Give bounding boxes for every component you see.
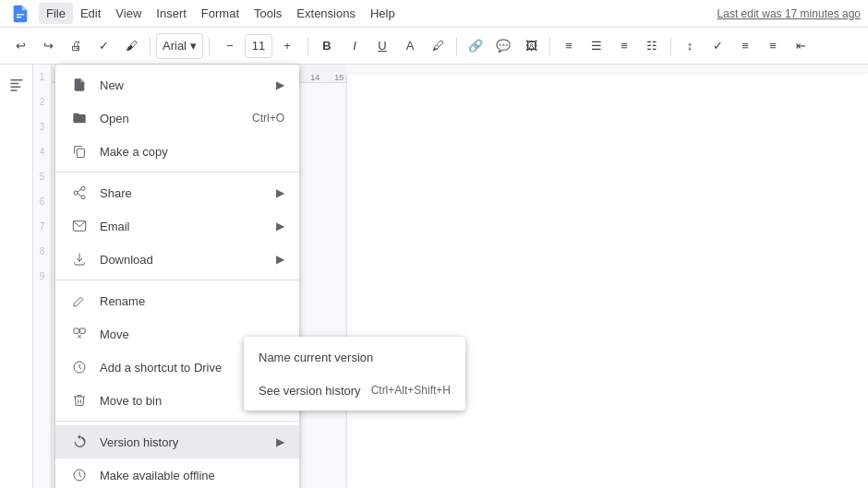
share-arrow: ▶: [276, 186, 284, 199]
svg-line-9: [78, 194, 81, 196]
undo-button[interactable]: ↩: [7, 33, 33, 59]
font-size-input[interactable]: [245, 34, 272, 58]
offline-label: Make available offline: [100, 469, 284, 482]
indent-decrease-button[interactable]: ⇤: [788, 33, 814, 59]
submenu-item-name-version[interactable]: Name current version: [244, 340, 465, 374]
font-size-decrease[interactable]: −: [217, 33, 243, 59]
trash-icon: [70, 391, 89, 410]
svg-rect-1: [10, 83, 18, 85]
see-history-shortcut: Ctrl+Alt+Shift+H: [371, 384, 451, 397]
menu-item-version-history[interactable]: Version history ▶: [55, 425, 299, 458]
justify-button[interactable]: ☷: [639, 33, 665, 59]
print-button[interactable]: 🖨: [63, 33, 89, 59]
copy-label: Make a copy: [100, 145, 284, 159]
history-icon: [70, 433, 89, 451]
font-selector[interactable]: Arial ▾: [156, 33, 203, 59]
document-area[interactable]: [347, 65, 868, 488]
menu-bar: File Edit View Insert Format Tools Exten…: [0, 0, 868, 28]
paint-format-button[interactable]: 🖌: [118, 33, 144, 59]
page-numbers: 1 2 3 4 5 6 7 8 9: [33, 65, 52, 488]
document-page: [347, 74, 868, 488]
open-label: Open: [100, 112, 245, 125]
name-version-label: Name current version: [259, 351, 373, 364]
menu-file[interactable]: File: [39, 3, 73, 24]
email-label: Email: [100, 220, 269, 233]
download-icon: [70, 250, 89, 268]
checklist-button[interactable]: ✓: [705, 33, 730, 59]
align-left-button[interactable]: ≡: [556, 33, 582, 59]
comment-button[interactable]: 💬: [490, 33, 516, 59]
menu-item-email[interactable]: Email ▶: [55, 209, 299, 243]
toolbar-sep-5: [549, 37, 550, 55]
last-edit-info: Last edit was 17 minutes ago: [717, 7, 861, 20]
spellcheck-button[interactable]: ✓: [90, 33, 116, 59]
submenu-item-see-history[interactable]: See version history Ctrl+Alt+Shift+H: [244, 374, 465, 407]
version-history-arrow: ▶: [276, 435, 284, 448]
menu-extensions[interactable]: Extensions: [289, 3, 363, 24]
email-icon: [70, 217, 89, 235]
content-area: 1 2 3 4 5 6 7 8 9 2 3 4 5 6 7 8 9 10 11 …: [0, 65, 868, 488]
align-right-button[interactable]: ≡: [611, 33, 637, 59]
menu-item-new[interactable]: New ▶: [55, 68, 299, 101]
toolbar-sep-3: [307, 37, 308, 55]
numbered-list-button[interactable]: ≡: [760, 33, 786, 59]
toolbar-sep-4: [456, 37, 457, 55]
svg-rect-0: [10, 79, 23, 81]
bold-button[interactable]: B: [314, 33, 340, 59]
open-icon: [70, 109, 89, 127]
menu-format[interactable]: Format: [194, 3, 247, 24]
sidebar-outline-btn[interactable]: [4, 72, 30, 98]
menu-item-download[interactable]: Download ▶: [55, 243, 299, 276]
menu-help[interactable]: Help: [363, 3, 403, 24]
svg-rect-11: [74, 328, 78, 333]
underline-button[interactable]: U: [369, 33, 395, 59]
copy-icon: [70, 142, 89, 161]
new-label: New: [100, 78, 269, 92]
version-history-submenu: Name current version See version history…: [244, 337, 465, 411]
svg-point-7: [81, 196, 85, 199]
toolbar: ↩ ↪ 🖨 ✓ 🖌 Arial ▾ − + B I U A 🖊 🔗 💬 🖼 ≡ …: [0, 28, 868, 65]
divider-3: [55, 421, 299, 422]
font-name: Arial: [163, 39, 187, 53]
italic-button[interactable]: I: [342, 33, 368, 59]
app-logo: [7, 1, 33, 27]
menu-item-rename[interactable]: Rename: [55, 284, 299, 317]
menu-item-make-offline[interactable]: Make available offline: [55, 458, 299, 488]
svg-rect-12: [80, 328, 85, 333]
menu-insert[interactable]: Insert: [149, 3, 194, 24]
offline-icon: [70, 466, 89, 484]
sidebar: [0, 65, 33, 488]
bullet-list-button[interactable]: ≡: [732, 33, 758, 59]
image-button[interactable]: 🖼: [518, 33, 544, 59]
share-label: Share: [100, 186, 269, 200]
rename-label: Rename: [100, 294, 284, 308]
svg-rect-4: [77, 149, 84, 157]
font-size-increase[interactable]: +: [274, 33, 300, 59]
new-arrow: ▶: [276, 78, 284, 91]
shortcut-icon: [70, 358, 89, 376]
link-button[interactable]: 🔗: [463, 33, 488, 59]
menu-edit[interactable]: Edit: [73, 3, 108, 24]
menu-item-share[interactable]: Share ▶: [55, 176, 299, 209]
ruler-mark: 14: [303, 73, 327, 82]
file-dropdown-menu: New ▶ Open Ctrl+O Make a copy: [55, 65, 299, 488]
toolbar-sep-1: [150, 37, 151, 55]
menu-item-make-copy[interactable]: Make a copy: [55, 135, 299, 168]
svg-point-5: [81, 186, 85, 190]
toolbar-sep-6: [670, 37, 671, 55]
divider-1: [55, 172, 299, 173]
menu-view[interactable]: View: [108, 3, 149, 24]
menu-tools[interactable]: Tools: [247, 3, 289, 24]
menu-item-open[interactable]: Open Ctrl+O: [55, 101, 299, 135]
new-icon: [70, 76, 89, 94]
line-spacing-button[interactable]: ↕: [677, 33, 703, 59]
svg-rect-2: [10, 87, 20, 89]
highlight-button[interactable]: 🖊: [425, 33, 451, 59]
version-history-label: Version history: [100, 435, 269, 449]
text-color-button[interactable]: A: [397, 33, 423, 59]
font-dropdown-icon: ▾: [190, 39, 197, 53]
redo-button[interactable]: ↪: [35, 33, 61, 59]
align-center-button[interactable]: ☰: [584, 33, 609, 59]
download-label: Download: [100, 253, 269, 267]
share-icon: [70, 184, 89, 202]
